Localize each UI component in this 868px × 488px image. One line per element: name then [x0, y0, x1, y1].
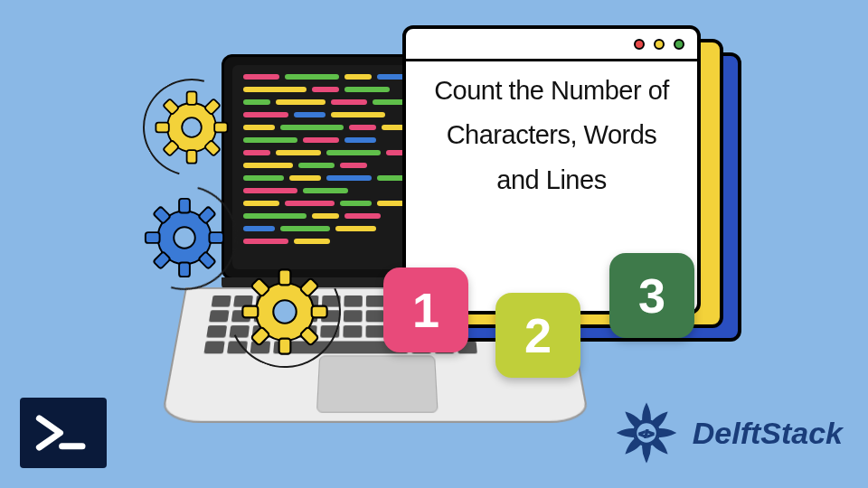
svg-text:</>: </>	[638, 427, 654, 439]
tile-label: 3	[638, 267, 665, 324]
traffic-light-min-icon	[654, 39, 665, 50]
gear-icon	[140, 193, 229, 282]
number-tile-1: 1	[383, 267, 468, 352]
gear-icon	[151, 87, 232, 168]
window-titlebar	[406, 29, 697, 61]
brand-emblem-icon: </>	[611, 398, 682, 468]
laptop-trackpad	[316, 355, 439, 412]
hero-illustration: Count the Number of Characters, Words an…	[0, 0, 868, 488]
number-tile-2: 2	[495, 293, 580, 378]
powershell-icon	[20, 398, 107, 468]
gear-icon	[237, 264, 333, 360]
tile-label: 2	[524, 307, 552, 363]
brand-name: DelftStack	[693, 416, 843, 451]
brand-logo: </> DelftStack	[611, 398, 843, 468]
traffic-light-max-icon	[674, 39, 684, 50]
tile-label: 1	[412, 282, 439, 338]
number-tile-3: 3	[609, 253, 694, 338]
traffic-light-close-icon	[634, 39, 645, 50]
